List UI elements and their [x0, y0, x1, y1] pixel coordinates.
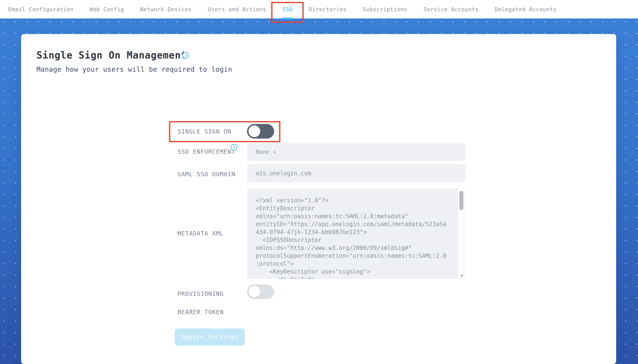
- page-subtitle: Manage how your users will be required t…: [36, 66, 232, 74]
- tab-label: Email Configuration: [8, 6, 74, 12]
- sso-enforcement-label: SSO ENFORCEMENT: [178, 148, 235, 156]
- tab-label: Subscriptions: [363, 6, 408, 12]
- metadata-xml-value: <?xml version="1.0"?> <EntityDescriptor …: [247, 188, 465, 279]
- metadata-xml-label: METADATA XML: [178, 230, 224, 237]
- title-info-icon[interactable]: i: [182, 52, 189, 58]
- sso-enforcement-info-icon[interactable]: i: [231, 144, 238, 150]
- textarea-resize-handle[interactable]: [458, 272, 465, 278]
- update-settings-button[interactable]: Update Settings: [175, 328, 245, 346]
- scrollbar-thumb[interactable]: [459, 191, 464, 210]
- chevron-down-icon: ▼: [274, 150, 276, 155]
- toggle-knob: [248, 286, 260, 298]
- tab-sso[interactable]: SSO: [282, 0, 292, 18]
- tab-subscriptions[interactable]: Subscriptions: [363, 0, 408, 18]
- sso-settings-card: Single Sign On Management i Manage how y…: [21, 34, 616, 364]
- tab-label: SSO: [282, 6, 292, 12]
- toggle-knob: [248, 126, 260, 137]
- tab-label: Web Config: [90, 6, 124, 12]
- page-title: Single Sign On Management: [36, 50, 187, 60]
- provisioning-toggle[interactable]: [247, 284, 274, 299]
- tab-label: Delegated Accounts: [494, 6, 556, 12]
- sso-enforcement-value: None: [256, 149, 270, 156]
- tab-directories[interactable]: Directories: [309, 0, 346, 18]
- tab-web-config[interactable]: Web Config: [90, 0, 124, 18]
- sso-enforcement-dropdown[interactable]: None ▼: [247, 143, 465, 161]
- tab-users-and-actions[interactable]: Users and Actions: [208, 0, 266, 18]
- textarea-scrollbar[interactable]: [458, 189, 465, 272]
- saml-sso-domain-input[interactable]: a1s.onelogin.com: [247, 164, 465, 182]
- provisioning-label: PROVISIONING: [178, 290, 224, 298]
- single-sign-on-toggle[interactable]: [247, 124, 274, 138]
- tab-label: Users and Actions: [208, 6, 266, 12]
- tab-delegated-accounts[interactable]: Delegated Accounts: [494, 0, 556, 18]
- saml-sso-domain-label: SAML SSO DOMAIN: [178, 171, 235, 178]
- saml-sso-domain-value: a1s.onelogin.com: [256, 170, 311, 177]
- tab-label: Service Accounts: [424, 6, 479, 12]
- tab-service-accounts[interactable]: Service Accounts: [424, 0, 479, 18]
- tab-email-configuration[interactable]: Email Configuration: [8, 0, 74, 18]
- bearer-token-label: BEARER TOKEN: [178, 308, 224, 316]
- tab-label: Directories: [309, 6, 346, 12]
- resize-grip-icon: [460, 273, 464, 277]
- active-tab-underline: [282, 18, 293, 19]
- tab-network-devices[interactable]: Network Devices: [140, 0, 192, 18]
- metadata-xml-textarea[interactable]: <?xml version="1.0"?> <EntityDescriptor …: [247, 188, 465, 279]
- tab-label: Network Devices: [140, 6, 192, 12]
- top-nav: Email Configuration Web Config Network D…: [0, 0, 638, 18]
- single-sign-on-label: SINGLE SIGN ON: [178, 128, 232, 135]
